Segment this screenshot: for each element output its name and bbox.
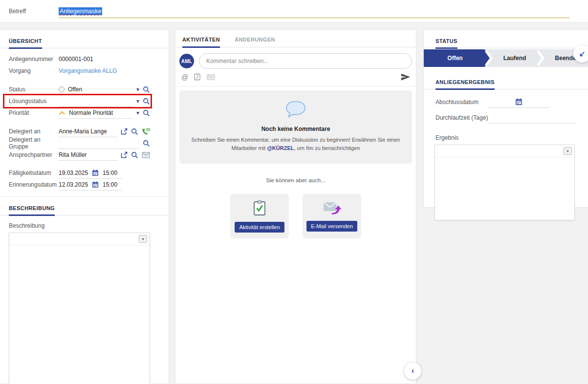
note-icon[interactable] — [194, 73, 201, 81]
status-stepper: Offen Laufend Beendet ↙ — [424, 49, 588, 67]
loesungsstatus-field[interactable] — [59, 95, 133, 107]
status-caret-down-icon[interactable]: ▾ — [136, 86, 139, 92]
erinnerungsdatum-field[interactable]: 12.03.2025 15:00 — [59, 179, 122, 191]
vorgang-label: Vorgang — [9, 67, 59, 74]
erinnerungsdatum-calendar-icon[interactable] — [92, 181, 99, 188]
activities-panel: AKTIVITÄTEN ÄNDERUNGEN AML @ Noch keine … — [175, 29, 416, 384]
erinnerungsdatum-label: Erinnerungsdatum — [9, 181, 59, 188]
ansprechpartner-email-icon[interactable] — [142, 152, 150, 158]
field-row-durchlaufzeit: Durchlaufzeit (Tage) — [436, 112, 576, 124]
status-field[interactable]: Offen — [59, 84, 133, 95]
beschreibung-toolbar-dropdown-icon[interactable]: ▾ — [139, 235, 147, 243]
ergebnis-textarea[interactable] — [435, 157, 574, 220]
delegiert-an-search-icon[interactable] — [131, 128, 138, 135]
faelligkeitsdatum-date: 19.03.2025 — [59, 170, 88, 176]
loesungsstatus-caret-down-icon[interactable]: ▾ — [136, 98, 139, 104]
ansprechpartner-value: Rita Müller — [59, 151, 87, 158]
status-search-icon[interactable] — [143, 86, 150, 93]
section-title-status: STATUS — [436, 38, 457, 49]
comment-input[interactable] — [199, 53, 412, 69]
tab-aenderungen[interactable]: ÄNDERUNGEN — [235, 30, 275, 47]
collapse-status-button[interactable]: ↙ — [573, 45, 588, 63]
vorgang-link[interactable]: Vorgangsmaske ALLG — [59, 67, 117, 74]
collapse-panel-button[interactable]: ‹ — [404, 363, 421, 380]
delegiert-an-field[interactable]: Anne-Maria Lange — [59, 126, 117, 137]
prioritaet-label: Priorität — [9, 109, 59, 116]
send-email-card: E-Mail versenden — [303, 194, 361, 238]
durchlaufzeit-label: Durchlaufzeit (Tage) — [436, 114, 488, 121]
field-row-erinnerungsdatum: Erinnerungsdatum 12.03.2025 15:00 — [9, 179, 150, 191]
create-activity-button[interactable]: Aktivität erstellen — [235, 222, 284, 233]
prioritaet-search-icon[interactable] — [143, 109, 150, 117]
status-value: Offen — [68, 86, 82, 93]
section-header-anliegenergebnis: ANLIEGENERGEBNIS — [424, 71, 588, 89]
email-send-icon — [322, 200, 342, 215]
field-row-delegiert-gruppe: Delegiert an Gruppe — [9, 137, 150, 149]
ansprechpartner-open-record-icon[interactable] — [121, 151, 128, 158]
status-step-laufend[interactable]: Laufend — [493, 49, 536, 67]
faelligkeitsdatum-label: Fälligkeitsdatum — [9, 170, 59, 176]
ansprechpartner-label: Ansprechpartner — [9, 151, 59, 158]
prioritaet-value: Normale Priorität — [69, 109, 113, 116]
ergebnis-toolbar: ▾ — [435, 145, 574, 157]
faelligkeitsdatum-calendar-icon[interactable] — [92, 170, 99, 176]
delegiert-an-open-record-icon[interactable] — [121, 128, 128, 135]
delegiert-gruppe-field[interactable] — [59, 137, 139, 149]
field-row-vorgang: Vorgang Vorgangsmaske ALLG — [9, 65, 150, 77]
arrow-down-left-icon: ↙ — [579, 49, 586, 58]
delegiert-an-phone-mail-icon[interactable] — [142, 128, 150, 135]
subject-bar: Betreff Anliegenmaske — [0, 0, 588, 22]
beschreibung-label: Beschreibung — [9, 222, 161, 229]
field-row-prioritaet: Priorität Normale Priorität ▾ — [9, 107, 150, 119]
subject-input[interactable]: Anliegenmaske — [59, 4, 569, 18]
ansprechpartner-search-icon[interactable] — [131, 151, 138, 159]
field-row-faelligkeitsdatum: Fälligkeitsdatum 19.03.2025 15:00 — [9, 167, 150, 179]
chevron-separator-icon — [536, 49, 545, 67]
mention-icon[interactable]: @ — [181, 73, 188, 81]
delegiert-gruppe-search-icon[interactable] — [143, 140, 150, 147]
section-title-beschreibung: BESCHREIBUNG — [9, 205, 55, 216]
abschlussdatum-field[interactable] — [488, 96, 549, 108]
clipboard-check-icon — [253, 200, 266, 216]
field-row-delegiert-an: Delegiert an Anne-Maria Lange — [9, 126, 150, 137]
email-attach-icon[interactable] — [207, 74, 215, 80]
no-comments-empty-state: Noch keine Kommentare Schreiben Sie eine… — [179, 90, 412, 164]
subject-label: Betreff — [9, 8, 26, 15]
activities-tabs: AKTIVITÄTEN ÄNDERUNGEN — [175, 30, 416, 47]
chevron-left-icon: ‹ — [412, 366, 414, 376]
send-email-button[interactable]: E-Mail versenden — [306, 221, 357, 232]
field-row-ansprechpartner: Ansprechpartner Rita Müller — [9, 149, 150, 161]
delegiert-an-value: Anne-Maria Lange — [59, 128, 107, 135]
overview-panel: ÜBERSICHT Anliegennummer 0000001-001 Vor… — [0, 29, 169, 384]
ansprechpartner-field[interactable]: Rita Müller — [59, 149, 117, 161]
loesungsstatus-search-icon[interactable] — [143, 98, 150, 105]
faelligkeitsdatum-field[interactable]: 19.03.2025 15:00 — [59, 167, 122, 179]
send-comment-icon[interactable] — [400, 73, 411, 81]
loesungsstatus-label: Lösungsstatus — [9, 98, 59, 105]
delegiert-an-label: Delegiert an — [9, 128, 59, 135]
status-radio-icon — [59, 86, 65, 92]
empty-state-title: Noch keine Kommentare — [191, 126, 400, 132]
prioritaet-field[interactable]: Normale Priorität — [59, 107, 133, 119]
beschreibung-editor: ▾ — [9, 233, 150, 384]
delegiert-gruppe-label: Delegiert an Gruppe — [9, 136, 59, 150]
abschlussdatum-label: Abschlussdatum — [436, 99, 488, 106]
durchlaufzeit-field[interactable] — [488, 112, 576, 124]
subject-selected-text: Anliegenmaske — [59, 7, 102, 15]
comment-composer: AML — [175, 47, 416, 69]
erinnerungsdatum-time: 15:00 — [103, 181, 117, 188]
ergebnis-label: Ergebnis — [436, 134, 576, 141]
beschreibung-textarea[interactable] — [9, 245, 150, 384]
section-title-anliegenergebnis: ANLIEGENERGEBNIS — [436, 79, 495, 90]
empty-state-text: Schreiben Sie einen Kommentar, um eine D… — [191, 136, 400, 152]
faelligkeitsdatum-time: 15:00 — [103, 170, 117, 176]
ergebnis-toolbar-dropdown-icon[interactable]: ▾ — [564, 147, 572, 155]
tab-aktivitaeten[interactable]: AKTIVITÄTEN — [182, 30, 220, 48]
create-activity-card: Aktivität erstellen — [230, 194, 289, 238]
prioritaet-caret-down-icon[interactable]: ▾ — [136, 110, 139, 116]
status-step-offen[interactable]: Offen — [424, 49, 492, 67]
field-row-loesungsstatus: Lösungsstatus ▾ — [9, 95, 150, 107]
abschlussdatum-calendar-icon[interactable] — [515, 98, 523, 106]
quick-actions: Aktivität erstellen E-Mail versenden — [175, 194, 416, 238]
erinnerungsdatum-date: 12.03.2025 — [59, 181, 88, 188]
